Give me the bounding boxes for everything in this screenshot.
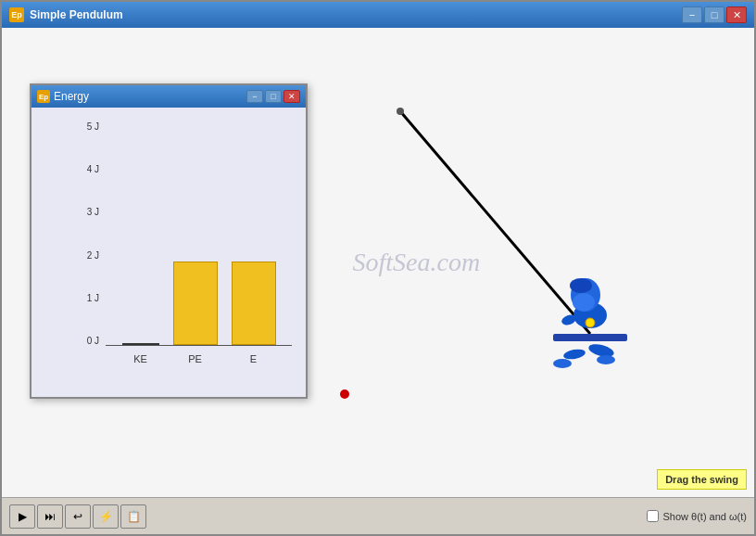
figure-upper-body <box>573 293 595 312</box>
pendulum-visualization <box>2 28 754 497</box>
main-close-button[interactable]: ✕ <box>726 6 747 23</box>
play-button[interactable]: ▶ <box>9 504 35 529</box>
pendulum-rod <box>400 111 590 334</box>
show-theta-omega-area: Show θ(t) and ω(t) <box>647 510 747 522</box>
pivot-point <box>397 108 404 115</box>
main-toolbar: ▶ ⏭ ↩ ⚡ 📋 Show θ(t) and ω(t) <box>2 497 754 534</box>
figure-right-foot <box>597 355 615 364</box>
figure-hat-top <box>570 278 592 293</box>
red-dot-indicator <box>340 389 349 399</box>
main-window-icon: Ep <box>9 7 24 22</box>
action-button[interactable]: ⚡ <box>93 504 119 529</box>
show-theta-omega-checkbox[interactable] <box>647 510 659 522</box>
clipboard-button[interactable]: 📋 <box>120 504 146 529</box>
step-button[interactable]: ⏭ <box>37 504 63 529</box>
main-window: Ep Simple Pendulum − □ ✕ SoftSea.com Ep … <box>0 0 756 536</box>
title-bar-left: Ep Simple Pendulum <box>9 7 123 22</box>
pendulum-seat <box>553 334 627 341</box>
drag-tooltip: Drag the swing <box>657 469 747 490</box>
main-title-bar: Ep Simple Pendulum − □ ✕ <box>2 2 754 28</box>
main-maximize-button[interactable]: □ <box>704 6 724 23</box>
main-content: SoftSea.com Ep Energy − □ ✕ <box>2 28 754 497</box>
reset-button[interactable]: ↩ <box>65 504 91 529</box>
figure-hinge <box>586 318 595 327</box>
figure-left-leg <box>562 348 586 361</box>
show-theta-omega-label: Show θ(t) and ω(t) <box>662 511 747 522</box>
figure-left-foot <box>553 359 572 368</box>
main-title-controls: − □ ✕ <box>682 6 747 23</box>
main-minimize-button[interactable]: − <box>682 6 702 23</box>
main-window-title: Simple Pendulum <box>30 8 123 21</box>
